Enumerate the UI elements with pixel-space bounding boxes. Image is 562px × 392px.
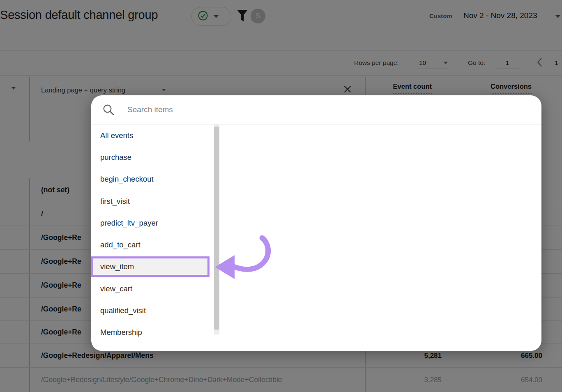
annotation-arrow	[205, 229, 283, 293]
list-item[interactable]: qualified_visit	[100, 300, 146, 321]
event-picker-dropdown: All events purchase begin_checkout first…	[91, 95, 541, 351]
search-icon	[102, 104, 115, 118]
event-list: All events purchase begin_checkout first…	[91, 124, 214, 351]
highlighted-list-item-view-item[interactable]: view_item	[91, 256, 210, 277]
list-item[interactable]: purchase	[100, 146, 131, 168]
list-item[interactable]: first_visit	[100, 190, 130, 212]
search-row	[91, 95, 541, 124]
ga4-report-page: Session default channel group S Custom N…	[0, 0, 562, 392]
list-item[interactable]: add_to_cart	[100, 234, 140, 256]
list-item[interactable]: All events	[100, 125, 133, 146]
scrollbar-thumb[interactable]	[214, 127, 219, 330]
list-item[interactable]: Membership	[100, 321, 142, 343]
list-item[interactable]: begin_checkout	[100, 168, 154, 190]
search-input[interactable]	[127, 102, 382, 117]
list-item[interactable]: view_cart	[100, 278, 132, 300]
curved-arrow-icon	[205, 229, 283, 291]
highlighted-item-label: view_item	[100, 262, 134, 271]
list-item[interactable]: predict_ltv_payer	[100, 212, 158, 234]
